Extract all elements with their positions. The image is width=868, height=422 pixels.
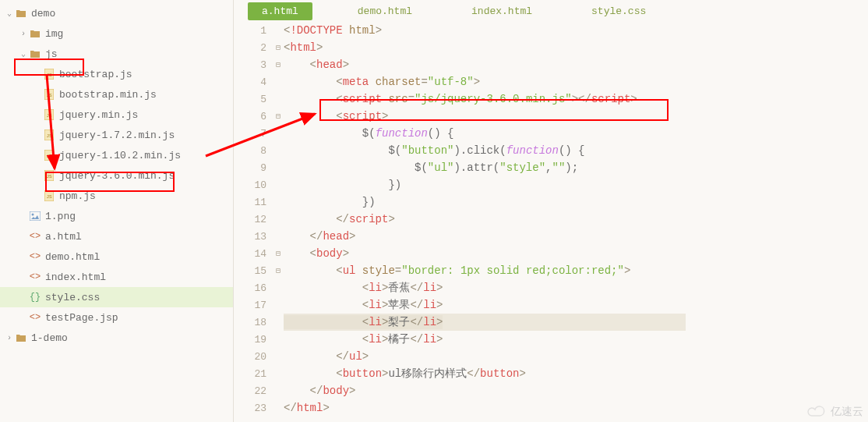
file-tree: ⌄demo›img⌄jsJSbootstrap.jsJSbootstrap.mi…	[0, 0, 234, 422]
tree-item-demo[interactable]: ⌄demo	[0, 3, 233, 23]
fold-toggle-icon[interactable]: ⊟	[273, 266, 284, 275]
code-content: </ul>	[284, 350, 369, 363]
fold-toggle-icon[interactable]: ⊟	[273, 112, 284, 121]
tree-item-jquery-min-js[interactable]: JSjquery.min.js	[0, 105, 233, 125]
code-content: })	[284, 196, 376, 208]
tree-item-style-css[interactable]: {}style.css	[0, 287, 233, 307]
code-line[interactable]: 8 $("button").click(function() {	[234, 142, 868, 159]
line-number: 1	[234, 25, 273, 37]
code-line[interactable]: 15⊟ <ul style="border: 1px solid red;col…	[234, 262, 868, 279]
fold-toggle-icon[interactable]: ⊟	[273, 43, 284, 52]
jsfile-icon: JS	[42, 129, 56, 140]
code-line[interactable]: 14⊟ <body>	[234, 245, 868, 262]
code-content: <!DOCTYPE html>	[284, 24, 382, 37]
code-content: <body>	[284, 247, 349, 260]
tree-item-demo-html[interactable]: <>demo.html	[0, 246, 233, 267]
code-content: <button>ul移除行内样式</button>	[284, 367, 526, 381]
fold-toggle-icon[interactable]: ⊟	[273, 60, 284, 69]
folder-icon	[28, 49, 42, 59]
tree-item-bootstrap-min-js[interactable]: JSbootstrap.min.js	[0, 84, 233, 105]
code-content: </script>	[284, 213, 395, 225]
fold-toggle-icon[interactable]: ⊟	[273, 249, 284, 258]
tree-item-label: demo.html	[45, 251, 100, 263]
code-line[interactable]: 11 })	[234, 193, 868, 211]
svg-rect-14	[30, 211, 41, 221]
code-line[interactable]: 6⊟ <script>	[234, 108, 868, 125]
tree-item-jquery-3-6-0-min-js[interactable]: JSjquery-3.6.0.min.js	[0, 165, 233, 186]
code-content: <li>橘子</li>	[284, 332, 443, 346]
code-line[interactable]: 1<!DOCTYPE html>	[234, 22, 868, 39]
code-content: </head>	[284, 230, 355, 243]
line-number: 10	[234, 179, 273, 191]
code-line[interactable]: 20 </ul>	[234, 348, 868, 365]
editor-pane: a.htmldemo.htmlindex.htmlstyle.css 1<!DO…	[234, 0, 868, 422]
tab-demo-html[interactable]: demo.html	[344, 2, 426, 20]
code-content: <li>香蕉</li>	[284, 281, 443, 295]
line-number: 14	[234, 248, 273, 260]
line-number: 3	[234, 59, 273, 71]
svg-text:JS: JS	[46, 133, 52, 139]
code-line[interactable]: 9 $("ul").attr("style","");	[234, 159, 868, 176]
tree-item-1-png[interactable]: 1.png	[0, 206, 233, 226]
code-content: </body>	[284, 385, 355, 397]
code-line[interactable]: 10 })	[234, 176, 868, 193]
code-content: <meta charset="utf-8">	[284, 76, 480, 88]
tree-item-label: jquery-1.7.2.min.js	[59, 129, 175, 141]
code-line[interactable]: 3⊟ <head>	[234, 56, 868, 73]
code-line[interactable]: 18 <li>梨子</li>	[234, 314, 868, 331]
tree-item-1-demo[interactable]: ›1-demo	[0, 328, 233, 348]
code-line[interactable]: 13 </head>	[234, 228, 868, 245]
tab-a-html[interactable]: a.html	[248, 2, 312, 20]
tab-style-css[interactable]: style.css	[577, 2, 660, 20]
tree-item-label: style.css	[45, 292, 100, 303]
code-line[interactable]: 12 </script>	[234, 211, 868, 228]
code-line[interactable]: 17 <li>苹果</li>	[234, 296, 868, 314]
tree-item-js[interactable]: ⌄js	[0, 44, 233, 64]
code-line[interactable]: 7 $(function() {	[234, 125, 868, 142]
line-number: 22	[234, 385, 273, 397]
code-line[interactable]: 2⊟<html>	[234, 39, 868, 56]
jsp-icon: <>	[28, 312, 42, 323]
line-number: 12	[234, 214, 273, 225]
line-number: 21	[234, 368, 273, 380]
jsfile-icon: JS	[42, 69, 56, 80]
tree-item-npm-js[interactable]: JSnpm.js	[0, 186, 233, 206]
code-line[interactable]: 21 <button>ul移除行内样式</button>	[234, 365, 868, 382]
jsfile-icon: JS	[42, 150, 56, 161]
line-number: 23	[234, 402, 273, 414]
svg-text:JS: JS	[46, 174, 52, 179]
code-area[interactable]: 1<!DOCTYPE html>2⊟<html>3⊟ <head>4 <meta…	[234, 22, 868, 417]
code-content: <script src="js/jquery-3.6.0.min.js"></s…	[284, 93, 637, 105]
jsfile-icon: JS	[42, 170, 56, 181]
tree-item-bootstrap-js[interactable]: JSbootstrap.js	[0, 64, 233, 84]
line-number: 7	[234, 128, 273, 140]
line-number: 6	[234, 111, 273, 122]
code-content: <html>	[284, 41, 323, 54]
chevron-right-icon: ›	[19, 30, 28, 38]
tree-item-label: demo	[31, 8, 55, 20]
tree-item-img[interactable]: ›img	[0, 23, 233, 44]
code-line[interactable]: 19 <li>橘子</li>	[234, 331, 868, 348]
svg-point-15	[32, 214, 34, 216]
line-number: 16	[234, 282, 273, 294]
code-line[interactable]: 4 <meta charset="utf-8">	[234, 73, 868, 90]
tree-item-label: 1-demo	[31, 332, 68, 344]
tab-index-html[interactable]: index.html	[457, 2, 546, 20]
tree-item-label: jquery-3.6.0.min.js	[59, 170, 175, 182]
code-line[interactable]: 5 <script src="js/jquery-3.6.0.min.js"><…	[234, 90, 868, 108]
tree-item-label: js	[45, 48, 58, 60]
tree-item-testpage-jsp[interactable]: <>testPage.jsp	[0, 307, 233, 328]
svg-text:JS: JS	[46, 194, 52, 200]
tree-item-index-html[interactable]: <>index.html	[0, 267, 233, 287]
tree-item-jquery-1-7-2-min-js[interactable]: JSjquery-1.7.2.min.js	[0, 125, 233, 145]
tree-item-jquery-1-10-2-min-js[interactable]: JSjquery-1.10.2.min.js	[0, 145, 233, 165]
code-line[interactable]: 23</html>	[234, 399, 868, 417]
jsfile-icon: JS	[42, 109, 56, 120]
code-line[interactable]: 16 <li>香蕉</li>	[234, 279, 868, 296]
code-line[interactable]: 22 </body>	[234, 382, 868, 399]
folder-icon	[14, 333, 28, 342]
code-content: $("ul").attr("style","");	[284, 161, 578, 174]
tree-item-a-html[interactable]: <>a.html	[0, 226, 233, 246]
line-number: 17	[234, 300, 273, 311]
line-number: 13	[234, 231, 273, 243]
